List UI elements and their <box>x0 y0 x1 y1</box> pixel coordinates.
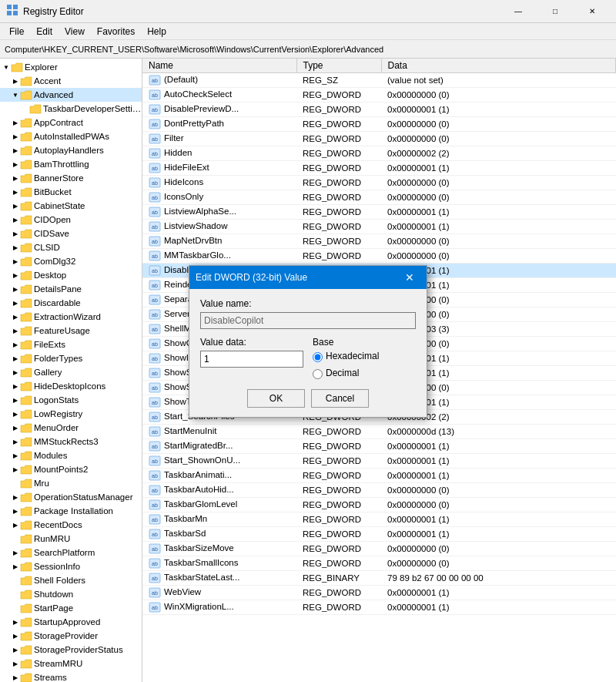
dialog-title-bar: Edit DWORD (32-bit) Value ✕ <box>189 266 427 289</box>
dialog-close-button[interactable]: ✕ <box>399 267 420 288</box>
hex-label: Hexadecimal <box>326 351 379 361</box>
dialog-overlay: Edit DWORD (32-bit) Value ✕ Value name: … <box>0 0 616 682</box>
dialog-body: Value name: Value data: Base Hexadecimal… <box>189 289 427 417</box>
hex-radio[interactable] <box>313 352 323 362</box>
value-data-label: Value data: <box>200 337 303 348</box>
value-name-label: Value name: <box>200 298 416 309</box>
ok-button[interactable]: OK <box>247 389 305 408</box>
value-name-input[interactable] <box>200 312 416 329</box>
value-data-input[interactable] <box>200 351 303 368</box>
dec-radio[interactable] <box>313 369 323 379</box>
dialog-buttons: OK Cancel <box>200 389 416 408</box>
radio-hexadecimal[interactable]: Hexadecimal <box>313 351 416 365</box>
edit-dword-dialog: Edit DWORD (32-bit) Value ✕ Value name: … <box>189 265 427 418</box>
dialog-title: Edit DWORD (32-bit) Value <box>196 272 307 283</box>
radio-decimal[interactable]: Decimal <box>313 368 416 381</box>
dec-label: Decimal <box>326 368 359 378</box>
base-label: Base <box>313 337 416 348</box>
cancel-button[interactable]: Cancel <box>311 389 369 408</box>
